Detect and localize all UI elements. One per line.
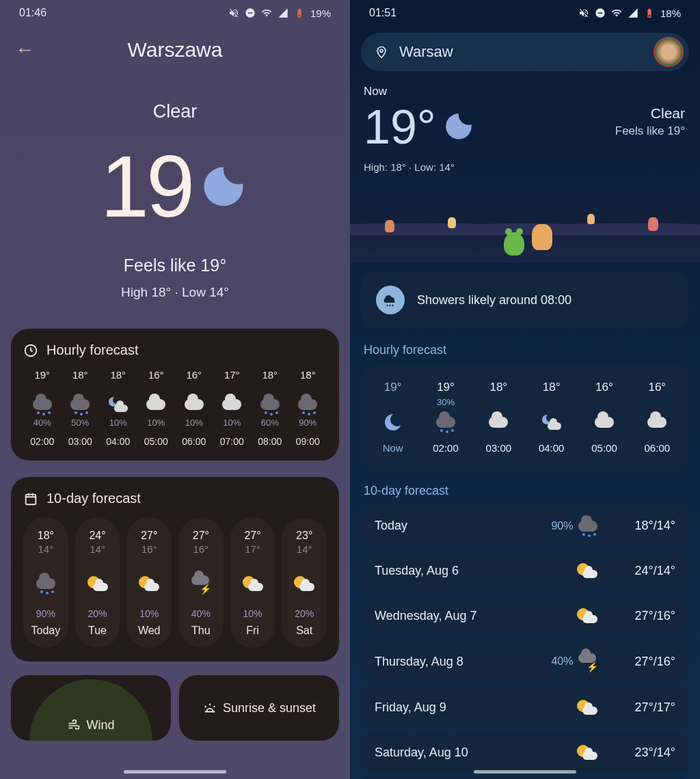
gesture-bar[interactable] — [124, 770, 226, 774]
weather-icon — [78, 570, 118, 597]
day-low: 16° — [181, 543, 221, 555]
back-button[interactable]: ← — [15, 40, 34, 59]
wifi-icon — [261, 8, 272, 18]
hourly-item[interactable]: 18°03:00 — [472, 381, 525, 454]
sunrise-card[interactable]: Sunrise & sunset — [179, 675, 339, 741]
gesture-bar[interactable] — [474, 770, 576, 774]
svg-point-2 — [380, 49, 383, 52]
hour-temp: 19° — [23, 369, 62, 381]
day-hilo: 18°/14° — [597, 519, 675, 533]
clock-icon — [23, 343, 38, 358]
weather-icon — [525, 412, 578, 433]
daily-item[interactable]: 18°14°90%Today — [23, 517, 68, 648]
daily-row[interactable]: Thursday, Aug 840%⚡27°/16° — [361, 641, 689, 682]
hour-time: 07:00 — [213, 436, 252, 447]
hour-precip: 60% — [251, 418, 289, 428]
condition-text: Clear — [615, 105, 685, 122]
hourly-item[interactable]: 17°10%07:00 — [213, 369, 252, 447]
day-precip: 90% — [26, 608, 66, 619]
day-label: Sat — [284, 625, 324, 637]
weather-icon — [366, 412, 419, 433]
wind-icon — [67, 719, 81, 733]
alert-text: Showers likely around 08:00 — [417, 293, 571, 308]
daily-row[interactable]: Saturday, Aug 1023°/14° — [361, 733, 689, 772]
daily-forecast-card[interactable]: 10-day forecast 18°14°90%Today24°14°20%T… — [11, 477, 339, 661]
day-precip: 40% — [181, 608, 221, 619]
hourly-item[interactable]: 16°10%06:00 — [175, 369, 213, 447]
daily-row[interactable]: Friday, Aug 927°/17° — [361, 687, 689, 727]
wifi-icon — [611, 8, 622, 18]
weather-icon — [578, 412, 630, 433]
day-precip: 40% — [551, 655, 573, 668]
hourly-item[interactable]: 19°Now — [366, 381, 419, 454]
hour-precip: 10% — [213, 418, 252, 428]
battery-icon — [294, 8, 305, 18]
svg-rect-1 — [26, 494, 36, 504]
battery-icon — [644, 8, 655, 18]
daily-row[interactable]: Today90%18°/14° — [361, 506, 689, 545]
hourly-item[interactable]: 18°04:00 — [525, 381, 578, 454]
daily-item[interactable]: 23°14°20%Sat — [282, 517, 327, 648]
hour-precip: 10% — [175, 418, 213, 428]
weather-icon — [419, 412, 472, 433]
daily-row[interactable]: Wednesday, Aug 727°/16° — [361, 596, 689, 636]
day-hilo: 27°/16° — [597, 655, 675, 669]
status-battery: 19% — [310, 8, 331, 19]
pin-icon — [375, 45, 388, 59]
wind-card[interactable]: Wind — [11, 675, 171, 741]
hourly-item[interactable]: 16°06:00 — [631, 381, 684, 454]
daily-forecast-list[interactable]: Today90%18°/14°Tuesday, Aug 624°/14°Wedn… — [361, 506, 689, 779]
hourly-item[interactable]: 18°50%03:00 — [62, 369, 100, 447]
hourly-forecast-card[interactable]: Hourly forecast 19°40%02:0018°50%03:0018… — [11, 329, 339, 461]
profile-avatar[interactable] — [655, 38, 682, 66]
location-search[interactable]: Warsaw — [361, 33, 689, 71]
day-high: 23° — [284, 530, 324, 542]
daily-item[interactable]: 27°16°10%Wed — [126, 517, 172, 648]
daily-item[interactable]: 24°14°20%Tue — [75, 517, 120, 648]
weather-icon — [577, 745, 597, 760]
status-time: 01:51 — [369, 7, 396, 19]
signal-icon — [278, 8, 288, 18]
dnd-icon — [245, 8, 256, 18]
daily-item[interactable]: 27°17°10%Fri — [230, 517, 275, 648]
day-label: Thursday, Aug 8 — [375, 655, 501, 669]
weather-icon — [137, 396, 176, 413]
weather-alert[interactable]: Showers likely around 08:00 — [361, 272, 689, 328]
hourly-item[interactable]: 18°10%04:00 — [99, 369, 137, 447]
day-hilo: 23°/14° — [597, 746, 675, 760]
weather-icon — [577, 608, 597, 623]
hour-precip: 40% — [23, 418, 62, 428]
day-label: Thu — [181, 625, 221, 637]
mute-icon — [228, 8, 239, 18]
hourly-title: Hourly forecast — [46, 342, 139, 358]
day-label: Friday, Aug 9 — [375, 700, 501, 715]
hour-precip — [472, 397, 525, 407]
hour-precip — [366, 397, 419, 407]
status-battery: 18% — [660, 8, 681, 19]
sunrise-label: Sunrise & sunset — [223, 701, 316, 715]
hour-temp: 18° — [99, 369, 137, 381]
feels-like: Feels like 19° — [615, 124, 685, 138]
day-label: Wednesday, Aug 7 — [375, 609, 501, 623]
day-label: Saturday, Aug 10 — [375, 746, 501, 760]
day-precip: 10% — [129, 608, 169, 619]
hour-temp: 18° — [62, 369, 100, 381]
mute-icon — [578, 8, 589, 18]
hourly-item[interactable]: 18°90%09:00 — [289, 369, 327, 447]
feels-like: Feels like 19° — [0, 256, 350, 275]
status-bar: 01:46 19% — [0, 0, 350, 22]
hour-precip — [631, 397, 684, 407]
daily-row[interactable]: Tuesday, Aug 624°/14° — [361, 551, 689, 590]
current-conditions: Now 19° Clear Feels like 19° High: 18° ·… — [350, 85, 700, 262]
hourly-item[interactable]: 18°60%08:00 — [251, 369, 289, 447]
daily-item[interactable]: 27°16°⚡40%Thu — [178, 517, 224, 648]
hourly-forecast-card[interactable]: 19°Now19°30%02:0018°03:0018°04:0016°05:0… — [361, 366, 689, 469]
location-title: Warszawa — [34, 38, 316, 62]
hourly-item[interactable]: 19°30%02:00 — [419, 381, 472, 454]
day-high: 27° — [129, 530, 169, 542]
hourly-item[interactable]: 19°40%02:00 — [23, 369, 62, 447]
hourly-item[interactable]: 16°05:00 — [578, 381, 630, 454]
rain-alert-icon — [376, 286, 405, 314]
hourly-item[interactable]: 16°10%05:00 — [137, 369, 176, 447]
hour-time: 04:00 — [99, 436, 137, 447]
